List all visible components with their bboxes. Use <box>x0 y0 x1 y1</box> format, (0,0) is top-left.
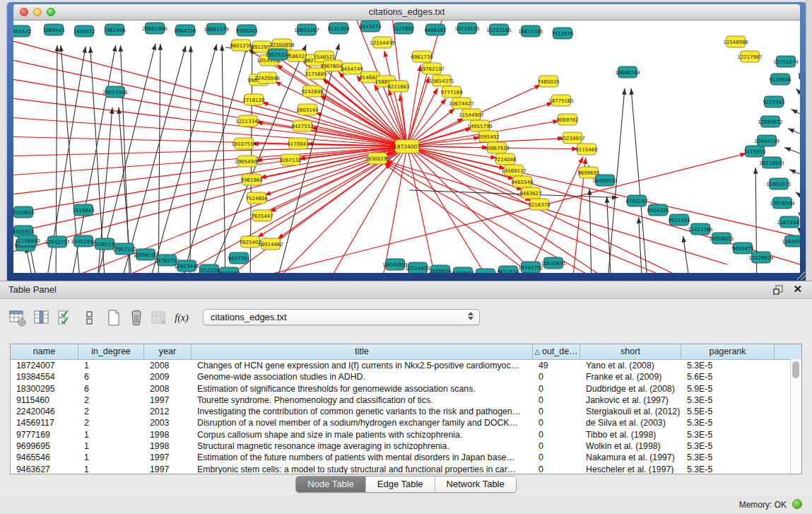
graph-node[interactable]: 7224048 <box>494 153 516 165</box>
graph-node[interactable]: 15654371 <box>429 75 454 86</box>
graph-node[interactable]: 15234817 <box>560 132 585 144</box>
graph-node[interactable]: 20691406 <box>142 23 167 34</box>
table-row[interactable]: 969969511998Structural magnetic resonanc… <box>11 440 801 452</box>
column-header-in_degree[interactable]: in_degree <box>78 344 144 359</box>
graph-node[interactable]: 12524493 <box>405 262 430 273</box>
tab-node-table[interactable]: Node Table <box>296 477 366 492</box>
graph-node[interactable]: 6793197 <box>625 195 647 206</box>
graph-node[interactable]: 7485035 <box>537 76 559 87</box>
row-mode-icon[interactable] <box>81 309 99 327</box>
column-header-out_de[interactable]: △out_de… <box>533 344 580 359</box>
column-header-year[interactable]: year <box>144 344 192 359</box>
graph-node[interactable]: 19861379 <box>204 23 229 35</box>
graph-node[interactable]: 11548988 <box>723 36 748 47</box>
graph-node[interactable]: 1519843 <box>72 204 94 216</box>
graph-node[interactable]: 16671385 <box>518 25 543 37</box>
graph-node[interactable]: 29053346 <box>102 86 128 98</box>
graph-node[interactable]: 10653287 <box>294 24 319 35</box>
scrollbar-thumb[interactable] <box>792 361 799 378</box>
graph-node[interactable]: 16044959 <box>382 259 408 270</box>
graph-node[interactable]: 6961738 <box>411 51 433 62</box>
graph-node[interactable]: 11544907 <box>459 109 484 120</box>
new-table-icon[interactable] <box>105 309 123 327</box>
graph-node[interactable]: 1527602 <box>392 23 414 34</box>
graph-node[interactable]: 12093872 <box>758 116 783 127</box>
graph-node[interactable]: 22420046 <box>254 72 280 83</box>
graph-node[interactable]: 8728504 <box>452 267 474 273</box>
graph-node[interactable]: 9777169 <box>440 86 462 98</box>
graph-node[interactable]: 8267130 <box>279 154 301 165</box>
graph-node[interactable]: 10967919 <box>484 142 510 153</box>
graph-node[interactable]: 11156883 <box>15 235 40 246</box>
network-window[interactable]: citations_edges.txt 18724007183002958601… <box>7 2 806 281</box>
graph-node[interactable]: 8964150 <box>174 25 196 36</box>
graph-node[interactable]: 12923446 <box>174 260 199 271</box>
graph-node[interactable]: 9552104 <box>668 214 690 226</box>
graph-node[interactable]: 18300295 <box>365 153 390 164</box>
graph-node[interactable]: 9115460 <box>575 144 597 155</box>
graph-node[interactable]: 8504336 <box>647 204 669 216</box>
graph-node[interactable]: 9831534 <box>497 266 519 273</box>
graph-node[interactable]: 2803144 <box>296 104 319 115</box>
table-row[interactable]: 911546021997Tourette syndrome. Phenomeno… <box>11 395 801 406</box>
graph-node[interactable]: 10674427 <box>449 98 474 109</box>
graph-node[interactable]: 14741792 <box>518 262 543 273</box>
graph-node[interactable]: 19762107 <box>419 63 445 74</box>
graph-node[interactable]: 9455475 <box>731 243 753 254</box>
graph-node[interactable]: 3175685 <box>305 68 326 79</box>
select-rows-icon[interactable] <box>57 309 75 327</box>
function-builder-icon[interactable]: f(x) <box>172 309 191 327</box>
table-row[interactable]: 946554611997Estimation of the future num… <box>11 452 801 463</box>
graph-node[interactable]: 18775165 <box>548 95 574 106</box>
graph-node[interactable]: 1405572 <box>73 25 95 37</box>
graph-node[interactable]: 13129924 <box>748 252 774 263</box>
graph-node[interactable]: 11486813 <box>473 269 498 273</box>
graph-node[interactable]: 8454749 <box>341 63 363 74</box>
delete-table-icon[interactable] <box>127 309 146 327</box>
column-header-name[interactable]: name <box>11 344 78 359</box>
network-canvas[interactable]: 1872400718300295860123889129542226085898… <box>13 21 800 273</box>
graph-node[interactable]: 14956021 <box>709 233 734 244</box>
column-chooser-icon[interactable] <box>33 309 51 327</box>
graph-node[interactable]: 16648784 <box>615 66 640 78</box>
graph-node[interactable]: 2718120 <box>242 94 264 105</box>
graph-node[interactable]: 11675341 <box>777 216 800 228</box>
graph-node[interactable]: 12213343 <box>235 115 261 127</box>
graph-node[interactable]: 12640551 <box>782 235 800 247</box>
graph-node[interactable]: 3215953 <box>743 146 765 157</box>
table-selector-dropdown[interactable]: citations_edges.txt <box>203 309 480 325</box>
graph-node[interactable]: 9069782 <box>556 114 578 125</box>
graph-node[interactable]: 8221663 <box>387 81 409 92</box>
graph-hub-node[interactable]: 18724007 <box>394 140 420 153</box>
table-row[interactable]: 2242004622012Investigating the contribut… <box>11 406 801 417</box>
graph-node[interactable]: 1089443 <box>42 24 64 35</box>
float-panel-icon[interactable] <box>772 284 784 296</box>
graph-node[interactable]: 7524604 <box>245 192 268 204</box>
graph-node[interactable]: 6466162 <box>424 24 446 35</box>
graph-node[interactable]: 3216378 <box>528 199 550 210</box>
tab-network-table[interactable]: Network Table <box>435 477 516 492</box>
table-row[interactable]: 946362711997Embryonic stem cells: a mode… <box>11 464 801 474</box>
graph-node[interactable]: 7512876 <box>551 28 574 39</box>
graph-node[interactable]: 2520655 <box>13 206 35 218</box>
graph-node[interactable]: 9129946 <box>769 74 792 85</box>
table-settings-icon[interactable] <box>8 309 27 327</box>
graph-node[interactable]: 15751074 <box>773 56 799 67</box>
graph-node[interactable]: 16914462 <box>258 238 283 250</box>
column-header-pagerank[interactable]: pagerank <box>681 344 775 359</box>
graph-node[interactable]: 19654903 <box>235 156 260 167</box>
column-header-short[interactable]: short <box>580 344 681 359</box>
graph-node[interactable]: 10835631 <box>541 257 566 269</box>
graph-node[interactable]: 8595492 <box>477 131 499 142</box>
graph-node[interactable]: 12421766 <box>688 223 713 235</box>
graph-node[interactable]: 15992971 <box>766 178 792 189</box>
graph-node[interactable]: 14569117 <box>501 165 526 176</box>
graph-node[interactable]: 16210643 <box>759 157 784 168</box>
graph-node[interactable]: 8143074 <box>359 21 382 32</box>
graph-node[interactable]: 17016504 <box>770 197 795 209</box>
graph-node[interactable]: 7635447 <box>251 210 273 221</box>
graph-node[interactable]: 9457791 <box>228 252 249 264</box>
graph-node[interactable]: 8601238 <box>230 40 252 51</box>
graph-node[interactable]: 12217987 <box>737 51 763 62</box>
graph-node[interactable]: 9227343 <box>763 96 784 107</box>
